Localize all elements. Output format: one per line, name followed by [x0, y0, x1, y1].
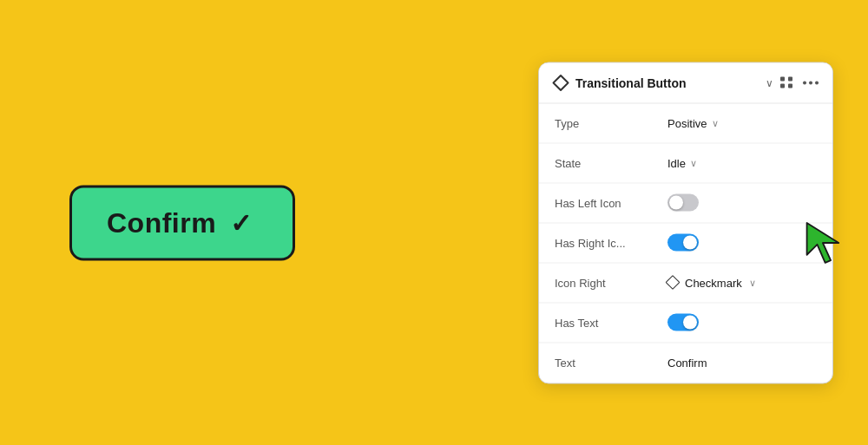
- type-text: Positive: [667, 116, 707, 129]
- has-text-toggle[interactable]: [667, 314, 699, 331]
- has-left-icon-label: Has Left Icon: [555, 196, 667, 209]
- state-value[interactable]: Idle ∨: [667, 156, 697, 169]
- text-label: Text: [555, 357, 667, 370]
- icon-right-value[interactable]: Checkmark ∨: [667, 276, 756, 289]
- has-right-icon-label: Has Right Ic...: [555, 236, 667, 249]
- has-text-label: Has Text: [555, 316, 667, 329]
- type-row: Type Positive ∨: [539, 103, 832, 143]
- cursor-arrow: [803, 219, 851, 271]
- state-row: State Idle ∨: [539, 143, 832, 183]
- panel-header: Transitional Button ∨: [539, 62, 832, 103]
- cursor-arrow-icon: [803, 219, 851, 267]
- confirm-button-label: Confirm: [107, 206, 216, 239]
- has-text-row: Has Text: [539, 303, 832, 343]
- move-icon[interactable]: [780, 76, 792, 88]
- has-right-icon-toggle-knob: [683, 236, 697, 250]
- icon-right-label: Icon Right: [555, 276, 667, 289]
- type-chevron-icon: ∨: [712, 117, 719, 128]
- has-text-toggle-knob: [683, 316, 697, 330]
- more-options-icon[interactable]: [803, 81, 819, 84]
- icon-right-row: Icon Right Checkmark ∨: [539, 263, 832, 303]
- properties-panel: Transitional Button ∨ Type Positive ∨ St…: [538, 62, 833, 383]
- has-left-icon-toggle[interactable]: [667, 194, 699, 212]
- icon-right-diamond-icon: [666, 275, 681, 290]
- has-left-icon-row: Has Left Icon: [539, 183, 832, 223]
- state-text: Idle: [667, 156, 686, 169]
- has-right-icon-row: Has Right Ic...: [539, 223, 832, 263]
- has-left-icon-toggle-knob: [669, 196, 683, 210]
- type-value[interactable]: Positive ∨: [667, 116, 719, 129]
- state-label: State: [555, 156, 667, 169]
- state-chevron-icon: ∨: [690, 157, 697, 168]
- icon-right-text: Checkmark: [685, 276, 742, 289]
- panel-header-diamond-icon: [553, 75, 569, 90]
- svg-marker-0: [807, 223, 839, 263]
- confirm-button-area: Confirm ✓: [69, 185, 295, 260]
- confirm-checkmark-icon: ✓: [230, 207, 252, 238]
- text-row: Text Confirm: [539, 343, 832, 383]
- has-right-icon-toggle[interactable]: [667, 234, 699, 252]
- panel-title-chevron-icon[interactable]: ∨: [766, 76, 773, 88]
- type-label: Type: [555, 116, 667, 129]
- text-value: Confirm: [667, 357, 707, 370]
- panel-title: Transitional Button: [575, 75, 762, 89]
- panel-body: Type Positive ∨ State Idle ∨ Has Left Ic…: [539, 103, 832, 383]
- icon-right-chevron-icon: ∨: [749, 277, 756, 288]
- confirm-button[interactable]: Confirm ✓: [69, 185, 295, 260]
